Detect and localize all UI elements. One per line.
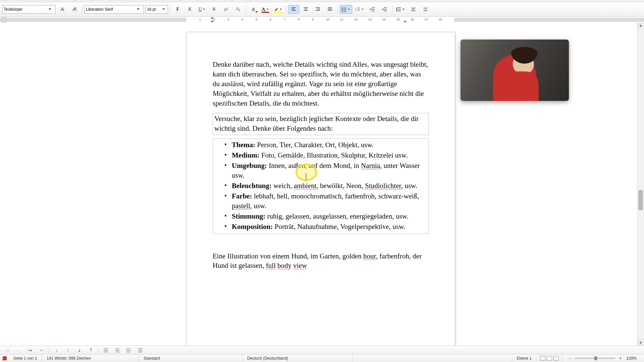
- nav-next-alt-button[interactable]: ↪: [26, 347, 34, 354]
- item-value: lebhaft, hell, monochromatisch, farbenfr…: [252, 192, 419, 200]
- align-left-button[interactable]: [288, 5, 299, 14]
- formatting-toolbar: F K U S X2 X2 A A 12: [0, 2, 644, 17]
- highlight-color-button[interactable]: [272, 5, 284, 14]
- zoom-out-button[interactable]: −: [567, 356, 572, 361]
- font-size-input[interactable]: [147, 7, 160, 12]
- move-section-down-button[interactable]: ⇣: [75, 347, 84, 354]
- ruler-tick: 6: [270, 18, 271, 21]
- page: Denke darüber nach, welche Details wicht…: [186, 32, 455, 346]
- decrease-spacing-button[interactable]: [420, 5, 431, 14]
- chevron-down-icon: [136, 7, 140, 11]
- update-style-button[interactable]: [57, 5, 68, 14]
- font-name-input[interactable]: [86, 7, 135, 12]
- item-key: Medium:: [232, 151, 260, 159]
- status-language[interactable]: Deutsch (Deutschland): [243, 355, 353, 362]
- item-value: Innen, außen, auf dem Mond, in: [267, 162, 361, 170]
- status-word-count[interactable]: 141 Wörter; 998 Zeichen: [42, 355, 139, 362]
- number-list-button[interactable]: 12: [354, 5, 366, 14]
- status-page[interactable]: Seite 1 von 1: [9, 355, 42, 362]
- list-item[interactable]: Komposition: Porträt, Nahaufnahme, Vogel…: [224, 222, 427, 232]
- item-key: Komposition:: [232, 223, 273, 231]
- move-up-button[interactable]: ↑: [64, 347, 72, 354]
- spellcheck-word: pastell: [232, 202, 250, 210]
- superscript-button[interactable]: X2: [221, 5, 231, 14]
- underline-button[interactable]: U: [197, 5, 207, 14]
- align-justify-button[interactable]: [325, 5, 335, 14]
- outdent-button[interactable]: [367, 5, 378, 14]
- margin-corner-icon: [210, 56, 213, 59]
- paragraph-style-input[interactable]: [4, 7, 47, 12]
- boxed-list[interactable]: Thema: Person, Tier, Charakter, Ort, Obj…: [213, 138, 429, 234]
- indent-button[interactable]: [379, 5, 390, 14]
- list-view-2-button[interactable]: [113, 347, 121, 354]
- nav-next-button[interactable]: →: [3, 347, 11, 354]
- align-center-button[interactable]: [301, 5, 311, 14]
- single-page-view-icon[interactable]: [540, 356, 545, 361]
- clear-formatting-button[interactable]: A: [248, 5, 259, 14]
- move-down-button[interactable]: ↓: [53, 347, 61, 354]
- ruler-tick: 17: [425, 18, 428, 21]
- zoom-in-button[interactable]: +: [618, 356, 623, 361]
- spellcheck-word: view: [293, 261, 307, 269]
- subscript-button[interactable]: X2: [233, 5, 244, 14]
- increase-spacing-button[interactable]: [408, 5, 419, 14]
- ruler-tick: 14: [382, 18, 386, 21]
- new-style-button[interactable]: [69, 5, 80, 14]
- list-item[interactable]: Stimmung: ruhig, gelassen, ausgelassen, …: [224, 212, 427, 221]
- list-item[interactable]: Umgebung: Innen, außen, auf dem Mond, in…: [224, 161, 427, 180]
- status-page-style[interactable]: Standard: [139, 355, 243, 362]
- scroll-up-button[interactable]: ▲: [637, 22, 644, 28]
- svg-point-13: [342, 8, 342, 8]
- zoom-slider[interactable]: [575, 358, 615, 359]
- item-value: ruhig, gelassen, ausgelassen, energiegel…: [265, 212, 408, 220]
- align-right-button[interactable]: [313, 5, 323, 14]
- document-content[interactable]: Denke darüber nach, welche Details wicht…: [213, 60, 429, 270]
- navigation-toolbar: → ← ↪ ↩ ↓ ↑ ⇣ ⇡: [0, 346, 644, 355]
- item-key: Umgebung:: [232, 162, 267, 170]
- zoom-value[interactable]: 100%: [626, 356, 637, 361]
- list-item[interactable]: Beleuchtung: weich, ambient, bewölkt, Ne…: [224, 181, 427, 191]
- boxed-paragraph[interactable]: Versuche, klar zu sein, bezüglich jeglic…: [213, 113, 429, 135]
- view-mode-group[interactable]: [537, 355, 562, 362]
- item-key: Farbe:: [232, 192, 252, 200]
- status-layer[interactable]: Ebene 1: [512, 355, 537, 362]
- book-view-icon[interactable]: [553, 356, 559, 361]
- list-item[interactable]: Thema: Person, Tier, Charakter, Ort, Obj…: [224, 140, 427, 150]
- list-view-4-button[interactable]: [136, 347, 144, 354]
- webcam-overlay[interactable]: [461, 40, 569, 101]
- multi-page-view-icon[interactable]: [547, 356, 552, 361]
- margin-corner-icon: [428, 56, 431, 59]
- paragraph-text: Eine Illustration von einem Hund, im Gar…: [213, 252, 363, 260]
- item-key: Beleuchtung:: [232, 182, 272, 190]
- strike-button[interactable]: S: [209, 5, 219, 14]
- list-item[interactable]: Farbe: lebhaft, hell, monochromatisch, f…: [224, 191, 427, 211]
- font-name-combo[interactable]: [84, 5, 144, 14]
- list-view-3-button[interactable]: [125, 347, 133, 354]
- highlighter-icon: [274, 7, 279, 12]
- ruler-tick: 2: [213, 18, 215, 21]
- ruler-tick: 1: [199, 18, 201, 21]
- paragraph[interactable]: Denke darüber nach, welche Details wicht…: [213, 60, 429, 108]
- paragraph-style-combo[interactable]: [2, 5, 56, 14]
- bullet-list-button[interactable]: [340, 5, 352, 14]
- vertical-scrollbar[interactable]: ▲ ▼: [637, 22, 644, 346]
- font-size-combo[interactable]: [145, 5, 168, 14]
- move-section-up-button[interactable]: ⇡: [87, 347, 95, 354]
- status-bar: Seite 1 von 1 141 Wörter; 998 Zeichen St…: [0, 354, 644, 362]
- spellcheck-word: hour: [363, 252, 376, 260]
- scroll-thumb[interactable]: [638, 190, 643, 210]
- paragraph[interactable]: Eine Illustration von einem Hund, im Gar…: [213, 251, 429, 271]
- svg-point-0: [75, 7, 77, 9]
- line-spacing-button[interactable]: [394, 5, 407, 14]
- spellcheck-word: Narnia: [361, 162, 380, 170]
- modified-icon: [3, 356, 7, 360]
- list-view-1-button[interactable]: [102, 347, 110, 354]
- list-item[interactable]: Medium: Foto, Gemälde, Illustration, Sku…: [224, 150, 427, 160]
- nav-prev-alt-button[interactable]: ↩: [38, 347, 46, 354]
- nav-prev-button[interactable]: ←: [15, 347, 23, 354]
- scroll-down-button[interactable]: ▼: [637, 340, 644, 346]
- italic-button[interactable]: K: [184, 5, 195, 14]
- font-color-button[interactable]: A: [260, 5, 271, 14]
- zoom-group[interactable]: − + 100%: [562, 355, 641, 362]
- bold-button[interactable]: F: [172, 5, 183, 14]
